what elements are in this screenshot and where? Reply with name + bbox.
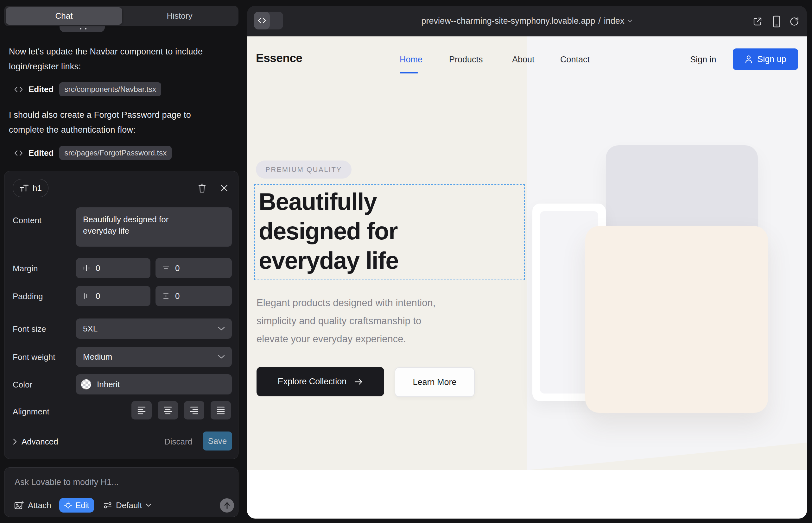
advanced-label: Advanced: [21, 437, 58, 447]
hero-heading-line: everyday life: [259, 246, 461, 275]
edit-mode-label: Edit: [75, 501, 89, 510]
tab-history-label: History: [167, 11, 193, 21]
element-tag-pill[interactable]: h1: [13, 179, 49, 197]
chevron-down-icon: [218, 326, 225, 331]
alignment-label: Alignment: [13, 407, 49, 417]
delete-element-button[interactable]: [195, 181, 209, 195]
premium-quality-badge: PREMIUM QUALITY: [256, 161, 352, 179]
explore-collection-button[interactable]: Explore Collection: [257, 367, 384, 396]
explore-collection-label: Explore Collection: [278, 377, 347, 386]
attach-image-icon: [14, 500, 24, 510]
margin-horizontal-icon: [82, 264, 91, 272]
mobile-preview-button[interactable]: [770, 15, 783, 29]
align-left-button[interactable]: [131, 401, 152, 419]
margin-x-input[interactable]: 0: [76, 258, 151, 278]
attach-button[interactable]: Attach: [14, 498, 51, 512]
sign-up-button[interactable]: Sign up: [733, 49, 798, 70]
tab-chat[interactable]: Chat: [6, 7, 122, 25]
code-icon: [14, 149, 23, 157]
file-edit-entry: Edited src/components/Navbar.tsx: [14, 82, 161, 96]
padding-y-input[interactable]: 0: [156, 286, 232, 306]
color-label: Color: [13, 380, 32, 390]
learn-more-button[interactable]: Learn More: [394, 367, 475, 397]
content-label: Content: [13, 216, 41, 226]
nav-link-contact[interactable]: Contact: [560, 55, 590, 65]
code-icon: [14, 86, 23, 93]
chat-message: I should also create a Forgot Password p…: [9, 108, 218, 138]
prompt-input[interactable]: [15, 475, 224, 489]
font-weight-value: Medium: [83, 352, 112, 362]
align-center-button[interactable]: [158, 401, 178, 419]
default-mode-button[interactable]: Default: [103, 498, 152, 512]
default-mode-label: Default: [116, 501, 142, 510]
nav-link-home[interactable]: Home: [400, 55, 422, 65]
url-display[interactable]: preview--charming-site-symphony.lovable.…: [247, 6, 807, 36]
content-input[interactable]: Beautifully designed for everyday life: [76, 208, 232, 247]
hero-description-line: Elegant products designed with intention…: [257, 294, 472, 312]
chevron-down-icon: [628, 19, 632, 23]
chevron-down-icon: [218, 355, 225, 359]
color-select[interactable]: Inherit: [76, 374, 232, 395]
margin-vertical-icon: [162, 264, 170, 272]
advanced-toggle[interactable]: Advanced: [13, 435, 58, 449]
browser-panel: preview--charming-site-symphony.lovable.…: [247, 6, 807, 519]
hero-description-line: simplicity and quality craftsmanship to: [257, 312, 472, 330]
chevron-down-icon: [146, 503, 152, 507]
sign-up-label: Sign up: [757, 54, 786, 64]
sliders-icon: [103, 501, 112, 509]
edit-mode-button[interactable]: Edit: [59, 498, 94, 512]
attach-label: Attach: [28, 501, 51, 510]
file-chip[interactable]: src/components/Navbar.tsx: [59, 82, 161, 96]
scroll-indicator-pill[interactable]: [59, 26, 105, 32]
target-icon: [64, 501, 72, 509]
nav-link-about[interactable]: About: [512, 55, 534, 65]
send-button[interactable]: [220, 498, 234, 512]
margin-label: Margin: [13, 264, 38, 273]
selected-element-outline[interactable]: Beautifully designed for everyday life: [254, 184, 525, 280]
element-editor-panel: h1 Content Beautifully designed for ever…: [4, 171, 239, 459]
arrow-right-icon: [354, 378, 363, 385]
chevron-right-icon: [13, 438, 17, 445]
font-size-label: Font size: [13, 324, 46, 334]
tab-history[interactable]: History: [122, 7, 237, 25]
color-value: Inherit: [97, 380, 120, 390]
browser-toolbar: preview--charming-site-symphony.lovable.…: [247, 6, 807, 36]
type-icon: [19, 184, 29, 193]
hero-description-line: elevate your everyday experience.: [257, 330, 472, 348]
nav-link-products[interactable]: Products: [449, 55, 483, 65]
font-size-value: 5XL: [83, 324, 98, 334]
hero-description: Elegant products designed with intention…: [257, 294, 472, 348]
close-icon[interactable]: [217, 181, 231, 195]
save-button[interactable]: Save: [203, 432, 232, 451]
refresh-button[interactable]: [787, 15, 801, 29]
tab-chat-label: Chat: [55, 11, 73, 21]
file-edit-entry: Edited src/pages/ForgotPassword.tsx: [14, 146, 172, 160]
dot-icon: [85, 28, 86, 30]
padding-x-value: 0: [96, 291, 100, 301]
hero-heading-line: Beautifully: [259, 187, 461, 216]
element-tag-label: h1: [33, 183, 42, 193]
padding-horizontal-icon: [82, 292, 91, 300]
path-separator: /: [598, 16, 601, 26]
font-size-select[interactable]: 5XL: [76, 319, 232, 339]
file-chip[interactable]: src/pages/ForgotPassword.tsx: [59, 146, 172, 160]
discard-button[interactable]: Discard: [164, 435, 192, 449]
margin-y-input[interactable]: 0: [156, 258, 232, 278]
dot-icon: [80, 28, 82, 30]
font-weight-select[interactable]: Medium: [76, 347, 232, 367]
decor-card-beige: [585, 226, 768, 413]
align-right-button[interactable]: [184, 401, 204, 419]
site-preview: Essence Home Products About Contact Sign…: [247, 36, 807, 519]
hero-heading-line: designed for: [259, 216, 461, 246]
align-justify-button[interactable]: [211, 401, 231, 419]
edited-label: Edited: [29, 85, 54, 94]
sidebar: Chat History Now let's update the Navbar…: [0, 0, 246, 523]
hero-heading: Beautifully designed for everyday life: [259, 187, 461, 275]
open-external-button[interactable]: [751, 15, 764, 29]
site-logo[interactable]: Essence: [256, 52, 302, 65]
padding-x-input[interactable]: 0: [76, 286, 151, 306]
sign-in-link[interactable]: Sign in: [690, 55, 716, 65]
padding-label: Padding: [13, 292, 43, 301]
margin-y-value: 0: [175, 264, 180, 273]
chat-message: Now let's update the Navbar component to…: [9, 44, 218, 74]
